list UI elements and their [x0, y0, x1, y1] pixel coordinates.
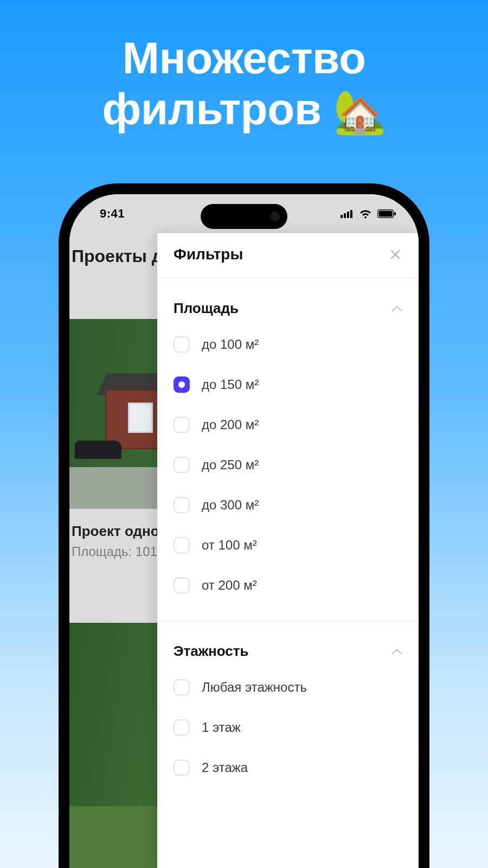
checkbox-icon — [174, 577, 190, 593]
filter-option-area-5[interactable]: от 100 м² — [174, 525, 402, 565]
house-emoji-icon: 🏡 — [333, 88, 386, 136]
filter-section-area: Площадь до 100 м² до 150 м² — [157, 278, 419, 621]
promo-title-line1: Множество — [122, 33, 365, 82]
filter-option-floors-2[interactable]: 2 этажа — [174, 748, 402, 788]
filter-option-area-6[interactable]: от 200 м² — [174, 565, 402, 605]
close-icon — [389, 248, 402, 261]
filter-option-area-1[interactable]: до 150 м² — [174, 365, 402, 405]
checkbox-checked-icon — [174, 376, 190, 393]
svg-rect-2 — [347, 212, 349, 218]
checkbox-icon — [174, 679, 190, 695]
filter-option-area-3[interactable]: до 250 м² — [174, 445, 402, 485]
checkbox-icon — [174, 417, 190, 433]
promo-title-line2: фильтров — [102, 84, 322, 133]
filter-option-area-2[interactable]: до 200 м² — [174, 405, 402, 445]
filters-title: Фильтры — [174, 246, 243, 263]
promo-background: Множество фильтров 🏡 9:41 — [0, 0, 488, 868]
checkbox-icon — [174, 457, 190, 473]
filter-option-floors-0[interactable]: Любая этажность — [174, 667, 402, 707]
chevron-up-icon — [391, 648, 402, 655]
filter-section-area-options: до 100 м² до 150 м² до 200 м² — [174, 324, 402, 605]
close-button[interactable] — [386, 245, 404, 264]
checkbox-icon — [174, 537, 190, 553]
filter-option-label: 2 этажа — [202, 760, 248, 775]
filters-header: Фильтры — [157, 233, 419, 278]
filter-option-label: до 100 м² — [202, 337, 259, 352]
filter-section-floors-title: Этажность — [174, 643, 249, 660]
battery-icon — [377, 209, 396, 218]
filter-option-label: до 200 м² — [202, 417, 259, 432]
filter-option-floors-1[interactable]: 1 этаж — [174, 707, 402, 748]
wifi-icon — [359, 209, 372, 219]
filter-option-label: от 200 м² — [202, 578, 257, 593]
checkbox-icon — [174, 497, 190, 513]
filters-body[interactable]: Площадь до 100 м² до 150 м² — [157, 278, 419, 868]
statusbar-time: 9:41 — [100, 207, 125, 221]
filter-option-area-0[interactable]: до 100 м² — [174, 324, 402, 365]
phone-frame: 9:41 — [59, 183, 429, 868]
filter-section-area-header[interactable]: Площадь — [174, 278, 402, 324]
promo-title: Множество фильтров 🏡 — [0, 33, 488, 137]
filter-section-floors: Этажность Любая этажность 1 этаж — [157, 621, 419, 803]
filter-option-label: до 300 м² — [202, 497, 259, 513]
svg-rect-0 — [341, 215, 343, 218]
phone-screen: 9:41 — [69, 194, 419, 868]
svg-rect-3 — [350, 210, 352, 218]
chevron-up-icon — [391, 305, 402, 312]
dynamic-island — [201, 204, 287, 229]
statusbar-icons — [341, 209, 396, 219]
checkbox-icon — [174, 760, 190, 776]
filter-section-floors-header[interactable]: Этажность — [174, 621, 402, 667]
filter-section-floors-options: Любая этажность 1 этаж 2 этажа — [174, 667, 402, 788]
filter-option-label: 1 этаж — [202, 720, 241, 735]
filter-option-label: от 100 м² — [202, 538, 257, 553]
svg-rect-1 — [344, 213, 346, 218]
filter-option-label: до 150 м² — [202, 377, 259, 392]
svg-rect-6 — [394, 212, 396, 215]
checkbox-icon — [174, 719, 190, 736]
filter-option-label: Любая этажность — [202, 680, 307, 695]
filter-section-area-title: Площадь — [174, 300, 239, 317]
filter-option-area-4[interactable]: до 300 м² — [174, 485, 402, 525]
filters-sheet: Фильтры Площадь — [157, 233, 419, 868]
svg-rect-5 — [379, 211, 393, 217]
filter-option-label: до 250 м² — [202, 457, 259, 473]
cellular-icon — [341, 209, 354, 218]
checkbox-icon — [174, 336, 190, 353]
